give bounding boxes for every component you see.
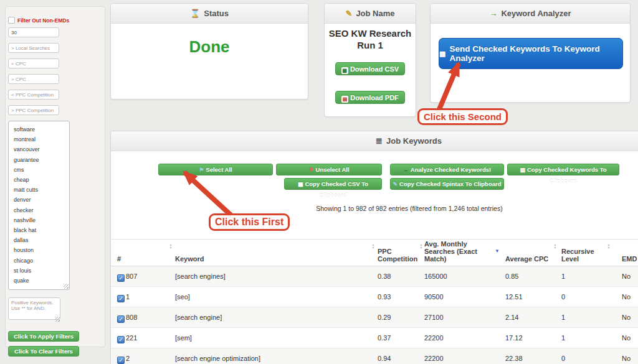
copy-checked-keywords-to-clipboard-button[interactable]: ▤Copy Checked Keywords To Clipboard xyxy=(507,164,619,175)
row-number-cell: ✓808 xyxy=(117,314,172,323)
table-cell: [search engine optimization] xyxy=(175,355,374,362)
click-first-callout: Click this First xyxy=(209,213,290,231)
status-panel-title: Status xyxy=(204,9,229,18)
clear-filters-button[interactable]: Click To Clear Filters xyxy=(8,346,79,357)
negative-keyword-item[interactable]: cms xyxy=(14,165,69,175)
job-name-panel: ✎ Job Name SEO KW Research Run 1 ▦Downlo… xyxy=(324,3,416,117)
table-cell: 0.94 xyxy=(378,355,422,362)
row-checkbox[interactable]: ✓ xyxy=(117,315,125,323)
negative-keywords-list[interactable]: softwaremontrealvancouverguaranteecmsche… xyxy=(8,121,70,290)
row-checkbox[interactable]: ✓ xyxy=(117,274,125,282)
table-cell: 0.93 xyxy=(378,293,422,301)
negative-keyword-item[interactable]: software xyxy=(14,124,69,134)
flag-blue-icon: ⚑ xyxy=(199,167,204,173)
negative-keyword-item[interactable]: nashville xyxy=(14,215,69,225)
sort-icon[interactable]: ▲▼ xyxy=(553,243,558,250)
list-icon: ≣ xyxy=(376,137,383,145)
row-checkbox[interactable]: ✓ xyxy=(117,295,125,302)
table-cell: 22200 xyxy=(424,334,498,342)
negative-keyword-item[interactable]: quake xyxy=(14,276,69,286)
table-cell: 0.37 xyxy=(378,334,422,342)
resize-handle-icon[interactable] xyxy=(55,317,60,322)
flag-red-icon: ⚑ xyxy=(308,167,313,173)
table-row: ✓1[seo]0.939050012.510No xyxy=(111,287,638,307)
sort-icon[interactable]: ▲▼ xyxy=(419,243,424,250)
hourglass-icon: ⌛ xyxy=(190,9,200,17)
pdf-icon: ▤ xyxy=(341,96,348,103)
resize-handle-icon[interactable] xyxy=(64,284,69,289)
row-number-cell: ✓1 xyxy=(117,293,172,302)
column-header[interactable]: Avg. Monthly Searches (Exact Match) xyxy=(424,240,498,263)
negative-keyword-item[interactable]: checker xyxy=(14,205,69,215)
min-searches-input[interactable] xyxy=(8,27,59,37)
clipboard-icon: ▤ xyxy=(520,167,525,173)
keywords-table-header: #▲▼Keyword▲▼PPC Competition▲▼Avg. Monthl… xyxy=(111,239,638,266)
sort-icon[interactable]: ▲▼ xyxy=(168,243,173,250)
negative-keyword-item[interactable]: chicago xyxy=(14,256,69,266)
unselect-all-button[interactable]: ⚑Unselect All xyxy=(276,164,382,175)
analyze-checked-keywords-button[interactable]: →Analyze Checked Keywords! xyxy=(390,164,504,175)
copy-checked-csv-to-clipboard-button[interactable]: ▦Copy Checked CSV To Clipboard xyxy=(284,178,382,190)
row-checkbox[interactable]: ✓ xyxy=(117,357,125,364)
toolbar-button-label: Copy Checked Keywords To Clipboard xyxy=(527,166,607,184)
column-header[interactable]: PPC Competition xyxy=(378,248,422,263)
filter-emd-label: Filter Out Non-EMDs xyxy=(17,17,69,24)
negative-keyword-item[interactable]: dallas xyxy=(14,235,69,245)
job-keywords-title: Job Keywords xyxy=(386,136,442,146)
row-number-cell: ✓2 xyxy=(117,355,172,364)
keyword-analyzer-panel: → Keyword Analyzer ▦ Send Checked Keywor… xyxy=(430,3,631,103)
filter-emd-checkbox[interactable] xyxy=(8,17,15,24)
job-keywords-header: ≣ Job Keywords xyxy=(111,131,638,151)
table-cell: No xyxy=(622,273,638,280)
table-row: ✓221[sem]0.372220017.121No xyxy=(111,328,638,348)
table-cell: 1 xyxy=(561,273,610,280)
table-cell: [seo] xyxy=(175,293,374,301)
negative-keyword-item[interactable]: st louis xyxy=(14,266,69,276)
row-checkbox[interactable]: ✓ xyxy=(117,336,125,343)
negative-keyword-item[interactable]: houston xyxy=(14,245,69,255)
toolbar-button-label: Copy Checked Spintax To Clipboard xyxy=(399,180,501,187)
local-searches-input[interactable] xyxy=(8,43,59,53)
column-header[interactable]: Recursive Level xyxy=(561,248,610,263)
download-pdf-button[interactable]: ▤Download PDF xyxy=(335,91,405,104)
apply-filters-button[interactable]: Click To Apply Filters xyxy=(8,331,79,342)
column-header[interactable]: EMD A xyxy=(622,255,638,263)
table-cell: 0.29 xyxy=(378,314,422,321)
sort-icon[interactable]: ▲▼ xyxy=(606,243,611,250)
table-cell: 12.51 xyxy=(505,293,556,301)
negative-keyword-item[interactable]: montreal xyxy=(14,134,69,144)
negative-keyword-item[interactable]: denver xyxy=(14,195,69,205)
table-cell: 22200 xyxy=(424,355,498,362)
column-header[interactable]: Keyword xyxy=(175,255,374,263)
table-cell: 0 xyxy=(561,293,610,301)
green-arrow-icon: → xyxy=(489,9,497,17)
table-cell: [search engines] xyxy=(175,273,374,280)
csv-icon: ▦ xyxy=(298,181,303,187)
download-csv-label: Download CSV xyxy=(350,65,399,73)
status-panel: ⌛ Status Done xyxy=(110,3,308,100)
table-cell: No xyxy=(622,314,638,321)
copy-checked-spintax-to-clipboard-button[interactable]: ✎Copy Checked Spintax To Clipboard xyxy=(390,178,504,190)
negative-keyword-item[interactable]: vancouver xyxy=(14,144,69,154)
column-header[interactable]: # xyxy=(117,255,172,263)
status-value: Done xyxy=(111,37,308,57)
column-header[interactable]: Average CPC xyxy=(505,255,556,263)
positive-keywords-textarea[interactable] xyxy=(8,297,60,320)
table-cell: 1 xyxy=(561,314,610,321)
keywords-table-body: ✓807[search engines]0.381650000.851No✓1[… xyxy=(111,266,638,364)
sort-icon[interactable]: ▲▼ xyxy=(371,243,376,250)
table-cell: 165000 xyxy=(424,273,498,280)
negative-keyword-item[interactable]: guarantee xyxy=(14,155,69,165)
select-all-button[interactable]: ⚑Select All xyxy=(158,164,273,175)
max-ppc-competition-input[interactable] xyxy=(8,90,59,100)
download-csv-button[interactable]: ▦Download CSV xyxy=(335,62,405,75)
min-cpc-input[interactable] xyxy=(8,74,59,84)
send-to-analyzer-button[interactable]: ▦ Send Checked Keywords To Keyword Analy… xyxy=(439,38,623,69)
negative-keyword-item[interactable]: cheap xyxy=(14,175,69,185)
min-ppc-competition-input[interactable] xyxy=(8,105,59,115)
negative-keyword-item[interactable]: black hat xyxy=(14,225,69,235)
max-cpc-input[interactable] xyxy=(8,58,59,68)
table-cell: No xyxy=(622,334,638,342)
negative-keyword-item[interactable]: matt cutts xyxy=(14,185,69,195)
sort-desc-icon[interactable]: ▼ xyxy=(495,248,500,254)
